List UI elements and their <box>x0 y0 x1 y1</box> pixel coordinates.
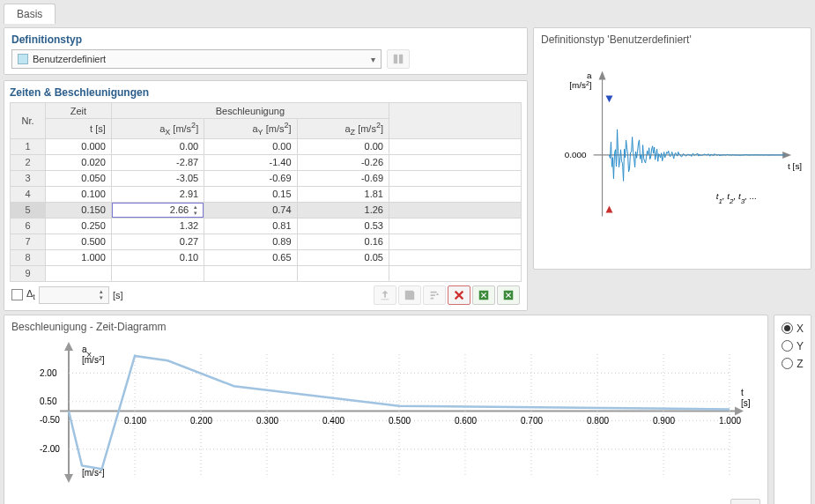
svg-text:0.900: 0.900 <box>653 415 675 425</box>
sort-button[interactable] <box>423 285 446 305</box>
table-row[interactable]: 9 <box>11 265 522 281</box>
chart-panel: Beschleunigung - Zeit-Diagramm aX [m/s2]… <box>4 315 768 504</box>
definition-type-swatch <box>18 54 28 64</box>
definition-type-selected: Benutzerdefiniert <box>33 54 106 64</box>
cell-editor[interactable]: 2.66 ▴ ▾ <box>112 203 204 218</box>
table-row-selected[interactable]: 5 0.150 2.66 ▴ ▾ 0.74 <box>11 202 522 218</box>
preview-waveform: a [m/s2] t [s] 0.000 t1, t2, t3, ... <box>541 49 804 252</box>
excel-in-icon <box>502 289 515 301</box>
preview-panel: Definitionstyp 'Benutzerdefiniert' a [m/… <box>533 27 811 270</box>
chevron-down-icon: ▾ <box>371 55 375 64</box>
sort-icon <box>428 289 441 301</box>
delta-t-checkbox[interactable] <box>11 289 23 300</box>
definition-type-combo[interactable]: Benutzerdefiniert ▾ <box>11 49 382 69</box>
print-button[interactable]: ▼ <box>730 499 760 504</box>
svg-text:0.400: 0.400 <box>322 415 345 425</box>
svg-text:[m/s2]: [m/s2] <box>569 80 592 91</box>
floppy-icon <box>404 289 416 301</box>
table-row[interactable]: 2 0.020 -2.87 -1.40 -0.26 <box>11 154 522 170</box>
import-button[interactable] <box>374 285 396 305</box>
definition-type-panel: Definitionstyp Benutzerdefiniert ▾ <box>4 27 528 75</box>
cell-spinner[interactable]: ▴ ▾ <box>190 204 201 216</box>
spin-down-icon[interactable]: ▾ <box>190 211 201 216</box>
svg-text:1.000: 1.000 <box>719 415 741 425</box>
excel-export-button[interactable] <box>472 285 495 305</box>
col-ay: aY [m/s2] <box>204 119 297 139</box>
svg-marker-20 <box>735 406 744 415</box>
time-accel-title: Zeiten & Beschleunigungen <box>10 86 522 99</box>
svg-marker-15 <box>64 474 73 483</box>
delta-t-unit: [s] <box>113 290 123 300</box>
radio-x[interactable]: X <box>782 322 804 335</box>
excel-icon <box>478 289 490 301</box>
excel-import-button[interactable] <box>497 285 520 305</box>
svg-text:a: a <box>587 70 592 80</box>
svg-text:0.700: 0.700 <box>521 415 543 425</box>
svg-text:0.500: 0.500 <box>389 415 411 425</box>
spin-down-icon[interactable]: ▾ <box>96 295 107 300</box>
axis-radio-panel: X Y Z <box>774 315 811 504</box>
book-icon <box>392 53 404 65</box>
svg-text:t: t <box>741 387 744 397</box>
time-accel-panel: Zeiten & Beschleunigungen Nr. Zeit Besch… <box>4 80 528 311</box>
svg-marker-3 <box>599 71 606 80</box>
tab-basis[interactable]: Basis <box>4 4 56 24</box>
col-az: aZ [m/s2] <box>297 119 389 139</box>
svg-marker-11 <box>606 206 613 213</box>
delete-x-icon <box>453 289 465 301</box>
svg-text:0.300: 0.300 <box>256 415 278 425</box>
col-t: t [s] <box>46 119 112 139</box>
table-row[interactable]: 7 0.500 0.27 0.89 0.16 <box>11 233 522 249</box>
save-button[interactable] <box>398 285 421 305</box>
delete-button[interactable] <box>448 285 470 305</box>
table-row[interactable]: 1 0.000 0.00 0.00 0.00 <box>11 138 522 154</box>
svg-text:2.00: 2.00 <box>40 367 57 377</box>
svg-marker-10 <box>606 95 613 102</box>
table-row[interactable]: 4 0.100 2.91 0.15 1.81 <box>11 186 522 202</box>
svg-text:[s]: [s] <box>741 397 751 407</box>
svg-text:0.50: 0.50 <box>40 397 57 406</box>
library-button[interactable] <box>387 49 410 69</box>
svg-text:t1, t2, t3, ...: t1, t2, t3, ... <box>716 191 757 204</box>
radio-y[interactable]: Y <box>782 340 804 352</box>
spin-up-icon[interactable]: ▴ <box>190 204 201 210</box>
radio-z[interactable]: Z <box>782 358 804 370</box>
svg-text:0.100: 0.100 <box>124 415 146 425</box>
svg-text:0.200: 0.200 <box>190 415 212 425</box>
svg-text:-2.00: -2.00 <box>40 444 60 454</box>
svg-text:0.000: 0.000 <box>565 150 587 159</box>
svg-text:0.800: 0.800 <box>587 415 609 425</box>
table-row[interactable]: 8 1.000 0.10 0.65 0.05 <box>11 249 522 265</box>
svg-text:-0.50: -0.50 <box>40 415 60 425</box>
chart-svg: aX [m/s2] [m/s2] t [s] 2.000.50-0.50-2.0… <box>11 337 760 495</box>
svg-marker-14 <box>64 342 73 351</box>
delta-t-label: Δt <box>26 288 35 301</box>
table-row[interactable]: 3 0.050 -3.05 -0.69 -0.69 <box>11 170 522 186</box>
svg-text:t [s]: t [s] <box>788 161 802 171</box>
preview-title: Definitionstyp 'Benutzerdefiniert' <box>541 33 804 46</box>
svg-text:0.600: 0.600 <box>455 415 477 425</box>
col-beschl: Beschleunigung <box>111 103 389 119</box>
definition-type-title: Definitionstyp <box>11 33 520 46</box>
col-nr: Nr. <box>11 103 46 139</box>
time-accel-table: Nr. Zeit Beschleunigung t [s] aX [m/s2] … <box>10 102 522 282</box>
delta-t-input[interactable]: ▴▾ <box>39 286 109 304</box>
col-ax: aX [m/s2] <box>111 119 204 139</box>
import-icon <box>379 289 391 301</box>
chart-title: Beschleunigung - Zeit-Diagramm <box>11 321 760 333</box>
svg-text:[m/s2]: [m/s2] <box>82 354 105 365</box>
tab-bar: Basis <box>0 0 815 24</box>
col-zeit: Zeit <box>46 103 112 119</box>
table-row[interactable]: 6 0.250 1.32 0.81 0.53 <box>11 218 522 233</box>
